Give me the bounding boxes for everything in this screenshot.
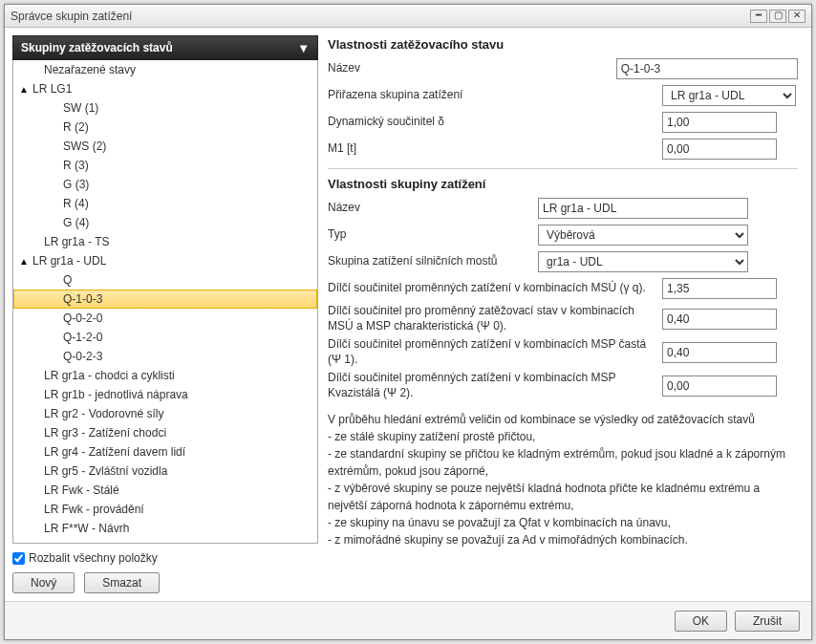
tree-item[interactable]: LR gr3 - Zatížení chodci xyxy=(13,423,317,442)
grp-c4-label: Dílčí součinitel proměnných zatížení v k… xyxy=(328,371,662,400)
tree-item-label: Nezařazené stavy xyxy=(19,63,136,76)
collapse-icon[interactable]: ▲ xyxy=(19,84,29,95)
close-icon[interactable]: ✕ xyxy=(788,10,805,23)
tree-header: Skupiny zatěžovacích stavů ▼ xyxy=(12,35,318,60)
tree-item[interactable]: G (4) xyxy=(13,213,317,232)
tree-item-label: LR Fwk - provádění xyxy=(19,503,144,516)
tree-item-label: R (2) xyxy=(19,120,89,134)
tree-item[interactable]: LR F**W - Návrh xyxy=(13,519,317,538)
grp-c3-input[interactable] xyxy=(662,342,777,363)
lc-dyn-label: Dynamický součinitel δ xyxy=(328,115,662,130)
tree-item-label: Q-0-2-0 xyxy=(19,311,102,325)
expand-all-input[interactable] xyxy=(12,552,25,565)
tree-item[interactable]: R (3) xyxy=(13,156,317,175)
tree-item[interactable]: LR gr1a - TS xyxy=(13,232,317,251)
tree-item-label: LR LG1 xyxy=(29,82,72,96)
grp-c1-input[interactable] xyxy=(662,278,777,299)
grp-c3-label: Dílčí součinitel proměnných zatížení v k… xyxy=(328,337,662,367)
dialog-window: Správce skupin zatížení ━ ▢ ✕ Skupiny za… xyxy=(4,4,812,640)
tree-item-label: LR gr1a - chodci a cyklisti xyxy=(19,369,175,382)
grp-type-label: Typ xyxy=(328,227,538,243)
grp-c2-input[interactable] xyxy=(662,309,777,330)
tree-item[interactable]: SWS (2) xyxy=(13,137,317,156)
tree-item-label: LR gr4 - Zatížení davem lidí xyxy=(19,445,185,459)
tree-item[interactable]: ▲LR gr1a - UDL xyxy=(13,251,317,270)
titlebar[interactable]: Správce skupin zatížení ━ ▢ ✕ xyxy=(5,5,811,28)
tree-item-label: Q-1-2-0 xyxy=(19,331,102,344)
info-text: V průběhu hledání extrémů veličin od kom… xyxy=(328,411,798,548)
lc-m1-label: M1 [t] xyxy=(328,141,662,157)
tree-item-label: Q-0-2-3 xyxy=(19,350,102,363)
tree-item[interactable]: G (3) xyxy=(13,175,317,194)
expand-all-checkbox[interactable]: Rozbalit všechny položky xyxy=(12,551,318,565)
tree-item[interactable]: LR gr1b - jednotlivá náprava xyxy=(13,385,317,404)
tree-item[interactable]: LR gr2 - Vodorovné síly xyxy=(13,404,317,423)
tree-item-label: R (3) xyxy=(19,159,89,172)
lc-dyn-input[interactable] xyxy=(662,112,777,133)
tree-item[interactable]: Q-0-2-3 xyxy=(13,347,317,366)
tree-item[interactable]: R (4) xyxy=(13,194,317,213)
tree-item-label: LR gr3 - Zatížení chodci xyxy=(19,426,166,440)
grp-type-select[interactable]: Výběrová xyxy=(538,225,748,246)
tree-item-label: SW (1) xyxy=(19,101,98,115)
grp-bridge-label: Skupina zatížení silničních mostů xyxy=(328,254,538,269)
tree-item[interactable]: LR Fwk - provádění xyxy=(13,500,317,519)
lc-name-label: Název xyxy=(328,61,616,76)
lc-group-label: Přiřazena skupina zatížení xyxy=(328,88,662,103)
collapse-icon[interactable]: ▲ xyxy=(19,256,29,267)
grp-c2-label: Dílčí součinitel pro proměnný zatěžovací… xyxy=(328,304,662,333)
delete-button[interactable]: Smazat xyxy=(84,572,160,593)
tree-item[interactable]: LR gr5 - Zvláštní vozidla xyxy=(13,462,317,481)
tree-item[interactable]: SW (1) xyxy=(13,98,317,118)
filter-icon[interactable]: ▼ xyxy=(297,41,310,55)
grp-c4-input[interactable] xyxy=(662,376,777,397)
tree-item-label: G (4) xyxy=(19,216,89,229)
new-button[interactable]: Nový xyxy=(12,572,75,593)
tree-item-label: LR gr1a - UDL xyxy=(29,254,106,268)
lc-m1-input[interactable] xyxy=(662,139,777,160)
tree-item[interactable]: Q-1-0-3 xyxy=(13,290,317,309)
tree-item-label: LR gr5 - Zvláštní vozidla xyxy=(19,464,167,478)
grp-name-input[interactable] xyxy=(538,198,748,219)
tree-item-label: LR gr2 - Vodorovné síly xyxy=(19,407,163,420)
tree-item[interactable]: Q-1-2-0 xyxy=(13,328,317,347)
tree-item-label: SWS (2) xyxy=(19,140,106,153)
tree-item[interactable]: Q-0-2-0 xyxy=(13,309,317,328)
tree-item[interactable]: Nezařazené stavy xyxy=(13,60,317,79)
tree-item[interactable]: R (2) xyxy=(13,118,317,137)
tree-item-label: Q xyxy=(19,273,72,287)
tree-item-label: LR gr1b - jednotlivá náprava xyxy=(19,388,188,401)
tree-item-label: G (3) xyxy=(19,178,89,191)
maximize-icon[interactable]: ▢ xyxy=(769,10,786,23)
expand-all-label: Rozbalit všechny položky xyxy=(29,551,158,565)
load-group-tree[interactable]: Nezařazené stavy▲LR LG1SW (1)R (2)SWS (2… xyxy=(12,60,318,544)
loadcase-section-title: Vlastnosti zatěžovacího stavu xyxy=(328,37,798,52)
tree-item-label: LR F**W - Návrh xyxy=(19,522,129,535)
grp-c1-label: Dílčí součinitel proměnných zatížení v k… xyxy=(328,281,662,296)
group-section-title: Vlastnosti skupiny zatížení xyxy=(328,177,798,191)
tree-item[interactable]: ▲LR LG1 xyxy=(13,79,317,98)
tree-item-label: R (4) xyxy=(19,197,89,210)
tree-item[interactable]: Q xyxy=(13,270,317,290)
cancel-button[interactable]: Zrušit xyxy=(735,611,800,632)
minimize-icon[interactable]: ━ xyxy=(750,10,767,23)
ok-button[interactable]: OK xyxy=(675,611,727,632)
tree-header-label: Skupiny zatěžovacích stavů xyxy=(21,41,173,54)
lc-name-input[interactable] xyxy=(616,58,798,79)
grp-name-label: Název xyxy=(328,201,538,216)
tree-item[interactable]: LR gr1a - chodci a cyklisti xyxy=(13,366,317,385)
tree-item[interactable]: LR gr4 - Zatížení davem lidí xyxy=(13,442,317,462)
window-title: Správce skupin zatížení xyxy=(11,10,132,23)
tree-item[interactable]: LR Fwk - Stálé xyxy=(13,481,317,500)
tree-item-label: LR gr1a - TS xyxy=(19,235,109,248)
tree-item-label: LR Fwk - Stálé xyxy=(19,483,119,497)
tree-item-label: Q-1-0-3 xyxy=(19,292,102,306)
lc-group-select[interactable]: LR gr1a - UDL xyxy=(662,85,796,106)
grp-bridge-select[interactable]: gr1a - UDL xyxy=(538,251,748,272)
